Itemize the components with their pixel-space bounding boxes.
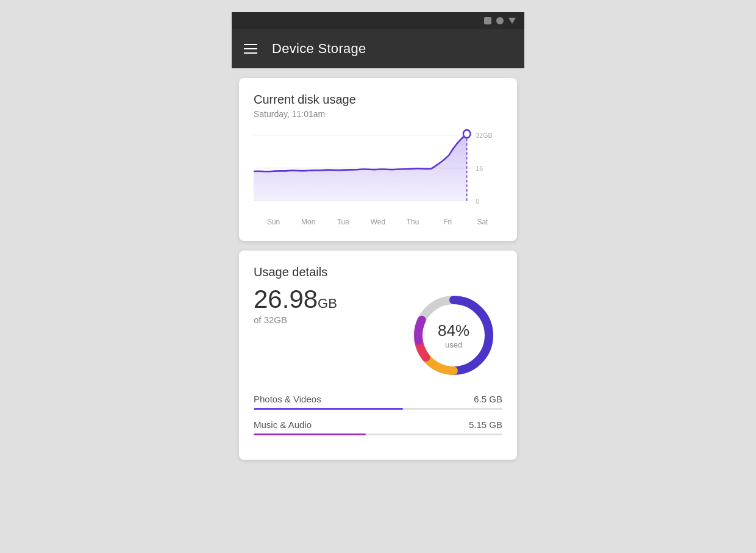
donut-center: 84% used bbox=[438, 321, 469, 349]
disk-usage-card: Current disk usage Saturday, 11:01am 32G… bbox=[239, 78, 517, 241]
music-progress-fill bbox=[254, 433, 366, 435]
svg-point-7 bbox=[463, 130, 471, 138]
svg-text:16: 16 bbox=[476, 164, 483, 172]
disk-usage-title: Current disk usage bbox=[254, 93, 502, 107]
storage-item-photos: Photos & Videos 6.5 GB bbox=[254, 394, 502, 410]
music-audio-size: 5.15 GB bbox=[469, 419, 502, 430]
day-sun: Sun bbox=[256, 218, 291, 226]
usage-unit: GB bbox=[318, 296, 337, 311]
svg-text:0: 0 bbox=[476, 197, 479, 205]
donut-used-label: used bbox=[438, 340, 469, 349]
phone-container: Device Storage Current disk usage Saturd… bbox=[232, 12, 524, 469]
photos-videos-size: 6.5 GB bbox=[474, 394, 502, 404]
usage-number: 26.98 bbox=[254, 285, 318, 313]
chart-x-labels: Sun Mon Tue Wed Thu Fri Sat bbox=[254, 218, 502, 226]
usage-details-title: Usage details bbox=[254, 265, 502, 279]
disk-usage-subtitle: Saturday, 11:01am bbox=[254, 109, 502, 119]
photos-videos-label: Photos & Videos bbox=[254, 394, 321, 404]
app-title: Device Storage bbox=[272, 41, 366, 57]
chart-svg: 32GB 16 0 bbox=[254, 129, 502, 214]
svg-text:32GB: 32GB bbox=[476, 132, 492, 140]
photos-progress-fill bbox=[254, 408, 403, 410]
usage-of: of 32GB bbox=[254, 315, 337, 325]
day-sat: Sat bbox=[465, 218, 500, 226]
usage-amount: 26.98GB bbox=[254, 287, 337, 312]
app-bar: Device Storage bbox=[232, 29, 524, 68]
day-tue: Tue bbox=[326, 218, 360, 226]
day-wed: Wed bbox=[360, 218, 395, 226]
status-icon-triangle bbox=[508, 18, 516, 24]
status-icon-circle bbox=[496, 17, 504, 24]
status-bar bbox=[232, 12, 524, 29]
donut-percentage: 84% bbox=[438, 321, 469, 340]
music-audio-label: Music & Audio bbox=[254, 419, 312, 430]
photos-progress-bg bbox=[254, 408, 502, 410]
storage-item-music: Music & Audio 5.15 GB bbox=[254, 419, 502, 435]
usage-details-card: Usage details 26.98GB of 32GB bbox=[239, 251, 517, 460]
storage-items: Photos & Videos 6.5 GB Music & Audio 5.1… bbox=[254, 394, 502, 435]
donut-chart: 84% used bbox=[405, 287, 502, 384]
storage-item-photos-header: Photos & Videos 6.5 GB bbox=[254, 394, 502, 404]
music-progress-bg bbox=[254, 433, 502, 435]
usage-stats: 26.98GB of 32GB bbox=[254, 287, 337, 325]
status-icon-square bbox=[484, 17, 491, 24]
day-thu: Thu bbox=[396, 218, 430, 226]
storage-item-music-header: Music & Audio 5.15 GB bbox=[254, 419, 502, 430]
usage-header: 26.98GB of 32GB bbox=[254, 287, 502, 384]
day-fri: Fri bbox=[430, 218, 465, 226]
disk-usage-chart: 32GB 16 0 bbox=[254, 129, 502, 214]
day-mon: Mon bbox=[291, 218, 326, 226]
hamburger-menu-icon[interactable] bbox=[244, 44, 257, 54]
